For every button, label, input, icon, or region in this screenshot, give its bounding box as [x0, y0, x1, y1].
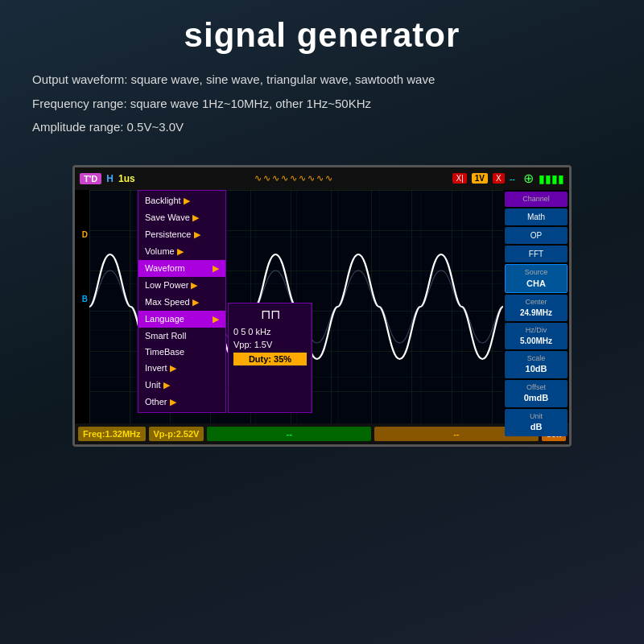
vpp-display: Vp-p:2.52V	[149, 427, 204, 441]
menu-unit[interactable]: Unit ▶	[138, 377, 225, 394]
menu-persistence[interactable]: Persistence ▶	[138, 226, 225, 243]
unit-btn[interactable]: Unit dB	[505, 409, 568, 436]
offset-btn[interactable]: Offset 0mdB	[505, 380, 568, 407]
menu-language[interactable]: Language ▶	[138, 311, 225, 328]
op-btn[interactable]: OP	[505, 227, 568, 244]
page-title: signal generator	[184, 16, 460, 55]
oscilloscope-screen: T'D H 1us ∿∿∿∿∿∿∿∿∿ X| 1V X -- ⊕ ▮▮▮▮ D …	[72, 165, 572, 447]
channel-d-marker: D	[82, 230, 88, 239]
menu-save-wave[interactable]: Save Wave ▶	[138, 209, 225, 226]
seg2-display: --	[207, 427, 371, 441]
freq-display: Freq:1.32MHz	[78, 427, 146, 441]
menu-main: Backlight ▶ Save Wave ▶ Persistence ▶ Vo…	[138, 190, 226, 413]
menu-invert[interactable]: Invert ▶	[138, 360, 225, 377]
menu-timebase[interactable]: TimeBase	[138, 344, 225, 360]
scope-canvas: Backlight ▶ Save Wave ▶ Persistence ▶ Vo…	[89, 190, 503, 423]
menu-low-power[interactable]: Low Power ▶	[138, 277, 225, 294]
battery-icon: ▮▮▮▮	[539, 172, 564, 185]
volt-badge: 1V	[472, 173, 488, 184]
desc-line3: Amplitude range: 0.5V~3.0V	[32, 117, 612, 138]
description-block: Output waveform: square wave, sine wave,…	[32, 69, 612, 141]
scale-btn[interactable]: Scale 10dB	[505, 351, 568, 378]
dash-display: --	[510, 174, 515, 184]
submenu-vpp: Vpp: 1.5V	[233, 338, 307, 351]
h-badge: H	[106, 173, 114, 184]
hzdiv-btn[interactable]: Hz/Div 5.00MHz	[505, 323, 568, 349]
scope-bottombar: Freq:1.32MHz Vp-p:2.52V -- -- 50k	[75, 423, 569, 444]
channel-b-marker: B	[82, 295, 88, 303]
x2-badge: X	[493, 173, 505, 184]
menu-overlay: Backlight ▶ Save Wave ▶ Persistence ▶ Vo…	[138, 190, 312, 413]
page-container: signal generator Output waveform: square…	[0, 0, 644, 644]
scope-right-panel: Channel Math OP FFT Source CHA Center 24…	[503, 190, 569, 423]
fft-btn[interactable]: FFT	[505, 246, 568, 262]
submenu-freq: 0 5 0 kHz	[233, 325, 307, 338]
center-btn[interactable]: Center 24.9MHz	[505, 295, 568, 321]
channel-btn[interactable]: Channel	[505, 192, 568, 208]
menu-waveform[interactable]: Waveform ▶	[138, 260, 225, 277]
menu-max-speed[interactable]: Max Speed ▶	[138, 294, 225, 311]
menu-smart-roll[interactable]: Smart Roll	[138, 328, 225, 344]
source-cha-btn[interactable]: Source CHA	[505, 264, 568, 293]
channel-a-indicator: ⊕	[523, 171, 534, 186]
submenu-duty[interactable]: Duty: 35%	[233, 353, 307, 365]
td-badge: T'D	[80, 173, 101, 184]
wave-indicator: ∿∿∿∿∿∿∿∿∿	[140, 173, 448, 184]
scope-topbar: T'D H 1us ∿∿∿∿∿∿∿∿∿ X| 1V X -- ⊕ ▮▮▮▮	[75, 167, 569, 190]
trigger-x-badge: X|	[452, 173, 466, 184]
timebase-display: 1us	[118, 173, 135, 184]
left-channel-markers: D B	[75, 190, 89, 423]
submenu-panel: ⊓⊓ 0 5 0 kHz Vpp: 1.5V Duty: 35%	[228, 303, 312, 413]
menu-backlight[interactable]: Backlight ▶	[138, 192, 225, 209]
math-btn[interactable]: Math	[505, 208, 568, 225]
menu-volume[interactable]: Volume ▶	[138, 243, 225, 260]
menu-other[interactable]: Other ▶	[138, 394, 225, 411]
scope-main: D B	[75, 190, 569, 423]
submenu-icon: ⊓⊓	[233, 307, 307, 322]
desc-line1: Output waveform: square wave, sine wave,…	[32, 69, 612, 90]
desc-line2: Frequency range: square wave 1Hz~10MHz, …	[32, 93, 612, 114]
